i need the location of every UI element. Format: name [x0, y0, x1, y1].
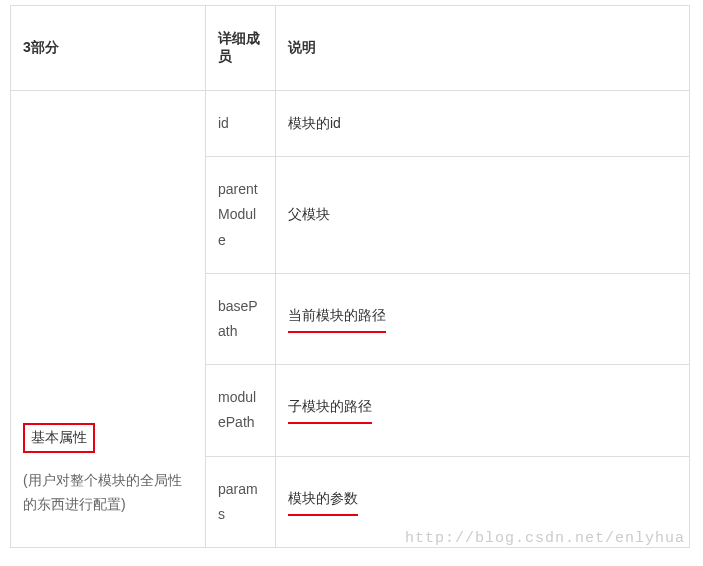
- desc-cell: 当前模块的路径: [276, 273, 690, 364]
- member-cell: params: [206, 456, 276, 547]
- header-member: 详细成员: [206, 6, 276, 91]
- header-part: 3部分: [11, 6, 206, 91]
- member-cell: id: [206, 91, 276, 157]
- group-cell: 基本属性 (用户对整个模块的全局性的东西进行配置): [11, 91, 206, 548]
- properties-table: 3部分 详细成员 说明 基本属性 (用户对整个模块的全局性的东西进行配置) id…: [10, 5, 690, 548]
- table-header-row: 3部分 详细成员 说明: [11, 6, 690, 91]
- desc-text: 模块的id: [288, 115, 341, 131]
- desc-text: 模块的参数: [288, 490, 358, 514]
- table-row: 基本属性 (用户对整个模块的全局性的东西进行配置) id 模块的id: [11, 91, 690, 157]
- desc-cell: 子模块的路径: [276, 365, 690, 456]
- member-cell: modulePath: [206, 365, 276, 456]
- desc-text: 当前模块的路径: [288, 307, 386, 331]
- header-desc: 说明: [276, 6, 690, 91]
- group-subtitle: (用户对整个模块的全局性的东西进行配置): [23, 469, 193, 517]
- desc-text: 父模块: [288, 206, 330, 222]
- member-cell: basePath: [206, 273, 276, 364]
- desc-cell: 模块的参数: [276, 456, 690, 547]
- group-title: 基本属性: [23, 423, 95, 453]
- member-cell: parentModule: [206, 157, 276, 274]
- desc-text: 子模块的路径: [288, 398, 372, 422]
- desc-cell: 父模块: [276, 157, 690, 274]
- desc-cell: 模块的id: [276, 91, 690, 157]
